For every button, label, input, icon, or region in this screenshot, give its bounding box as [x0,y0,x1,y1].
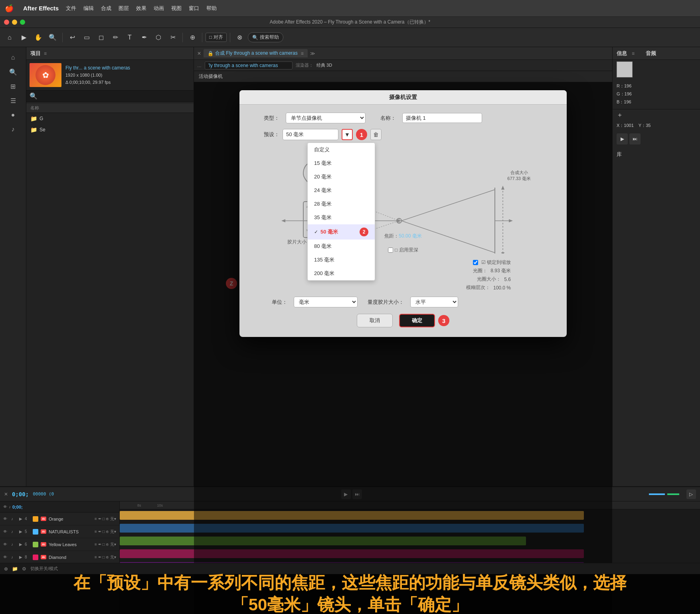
measure-select[interactable]: 水平 [410,297,458,307]
pen-icon[interactable]: ✏ [109,31,122,44]
timeline-menu-icon[interactable]: ✕ [4,491,8,497]
comp-panel-menu[interactable]: ≡ [301,51,304,56]
apple-icon[interactable]: 🍎 [5,4,14,13]
project-name: Fly thr... a scene with cameras [65,64,130,72]
svg-marker-18 [501,186,504,190]
name-input[interactable] [402,113,482,123]
annotation-text: 在「预设」中有一系列不同的焦距，这些焦距的功能与单反镜头类似，选择 「50毫米」… [73,572,627,614]
track-eye-8[interactable]: 👁 [3,555,9,559]
puppet-icon[interactable]: ✂ [166,31,179,44]
maximize-button[interactable] [20,20,25,25]
track-audio-8[interactable]: ♪ [11,555,17,559]
search-bar[interactable]: 🔍 搜索帮助 [248,32,283,42]
zoom-icon[interactable]: 🔍 [46,31,59,44]
hand-icon[interactable]: ✋ [32,31,45,44]
menu-help[interactable]: 帮助 [206,5,217,12]
list-item[interactable]: 📁 G [26,113,194,124]
home-icon[interactable]: ⌂ [3,31,16,44]
project-search-bar[interactable]: 🔍 [26,91,194,102]
measure-label: 量度胶片大小： [364,299,404,306]
project-info: Fly thr... a scene with cameras 1920 x 1… [65,64,130,86]
shape-icon[interactable]: ◻ [95,31,107,44]
dropdown-item-label: 24 毫米 [314,187,332,194]
menu-file[interactable]: 文件 [66,5,76,12]
brush-icon[interactable]: ✒ [138,31,150,44]
clone-icon[interactable]: ⬡ [152,31,165,44]
type-select[interactable]: 单节点摄像机 [286,113,366,123]
dropdown-item-80mm[interactable]: 80 毫米 [308,240,375,253]
left-nav-search[interactable]: 🔍 [0,65,26,79]
skip-end-button[interactable]: ⏭ [629,133,641,145]
ok-button[interactable]: 确定 [399,314,435,327]
track-eye-6[interactable]: 👁 [3,542,9,547]
project-search-input[interactable] [40,94,190,99]
track-eye-5[interactable]: 👁 [3,529,9,534]
rect-icon[interactable]: ▭ [80,31,93,44]
project-thumbnail: ✿ [30,63,61,87]
track-audio-5[interactable]: ♪ [11,529,17,534]
annotation-line1: 在「预设」中有一系列不同的焦距，这些焦距的功能与单反镜头类似，选择 [73,572,627,594]
status-icon-3[interactable]: ⚙ [22,566,26,572]
left-nav-layers[interactable]: ☰ [0,93,26,108]
close-button[interactable] [4,20,9,25]
lock-checkbox[interactable] [473,260,478,265]
project-menu-icon[interactable]: ≡ [44,51,47,56]
track-audio-4[interactable]: ♪ [11,517,17,521]
menu-compose[interactable]: 合成 [101,5,111,12]
collapse-expand-icon[interactable]: ▷ [686,489,696,499]
menu-view[interactable]: 视图 [171,5,182,12]
menu-effect[interactable]: 效果 [136,5,146,12]
track-eye-4[interactable]: 👁 [3,517,9,521]
preset-dropdown-menu: 自定义 15 毫米 20 毫米 24 毫米 [307,143,375,281]
menu-edit[interactable]: 编辑 [83,5,94,12]
dropdown-item-custom[interactable]: 自定义 [308,143,375,156]
dropdown-item-15mm[interactable]: 15 毫米 [308,156,375,170]
dropdown-item-20mm[interactable]: 20 毫米 [308,170,375,184]
minimize-button[interactable] [12,20,17,25]
left-nav-grid[interactable]: ⊞ [0,79,26,93]
unit-select[interactable]: 毫米 [294,297,358,307]
comp-expand-icon[interactable]: ≫ [310,51,315,56]
left-nav-audio[interactable]: ♪ [0,122,26,137]
dropdown-item-28mm[interactable]: 28 毫米 [308,197,375,211]
track-expand-8[interactable]: ▶ [19,555,22,559]
x-label: X： [617,123,624,128]
preset-dropdown-button[interactable]: ▼ [342,129,353,140]
text-icon[interactable]: T [123,31,136,44]
track-audio-6[interactable]: ♪ [11,542,17,547]
preset-delete-button[interactable]: 🗑 [370,129,382,140]
track-expand-6[interactable]: ▶ [19,542,22,547]
focal-label: 焦距：50.00 毫米 [384,233,421,240]
motion-sketch-icon[interactable]: ⊗ [233,31,246,44]
left-nav-eye[interactable]: ● [0,108,26,122]
timeline-markers [649,493,679,495]
dropdown-item-50mm[interactable]: ✓ 50 毫米 2 [308,224,375,240]
list-item[interactable]: 📁 Se [26,124,194,135]
rotate-icon[interactable]: ↩ [66,31,79,44]
dropdown-item-35mm[interactable]: 35 毫米 [308,211,375,224]
coord-icon[interactable]: ⊕ [186,31,199,44]
play-button[interactable]: ▶ [617,133,628,145]
timeline-right-icon[interactable]: ▷ [686,489,696,499]
menu-layer[interactable]: 图层 [119,5,129,12]
menu-animation[interactable]: 动画 [154,5,164,12]
info-menu-icon[interactable]: ≡ [632,51,635,56]
select-icon[interactable]: ▶ [18,31,30,44]
comp-tab[interactable]: 🔒 合成 Fly through a scene with cameras ≡ [204,49,308,57]
menu-window[interactable]: 窗口 [189,5,199,12]
dropdown-item-24mm[interactable]: 24 毫米 [308,184,375,197]
comp-name-input[interactable] [205,61,293,69]
status-icon-1[interactable]: ⊕ [4,566,8,572]
track-expand-4[interactable]: ▶ [19,517,22,521]
depth-checkbox[interactable] [388,248,393,253]
status-icon-2[interactable]: 📁 [12,566,18,572]
comp-close-icon[interactable]: ✕ [197,51,201,56]
cancel-button[interactable]: 取消 [357,314,393,327]
align-button[interactable]: □ 对齐 [206,33,227,42]
name-column-header: 名称 [30,105,39,111]
left-nav-home[interactable]: ⌂ [0,50,26,65]
track-expand-5[interactable]: ▶ [19,529,22,534]
dropdown-item-135mm[interactable]: 135 毫米 [308,253,375,267]
dropdown-item-200mm[interactable]: 200 毫米 [308,267,375,280]
g-label: G： [617,91,625,96]
